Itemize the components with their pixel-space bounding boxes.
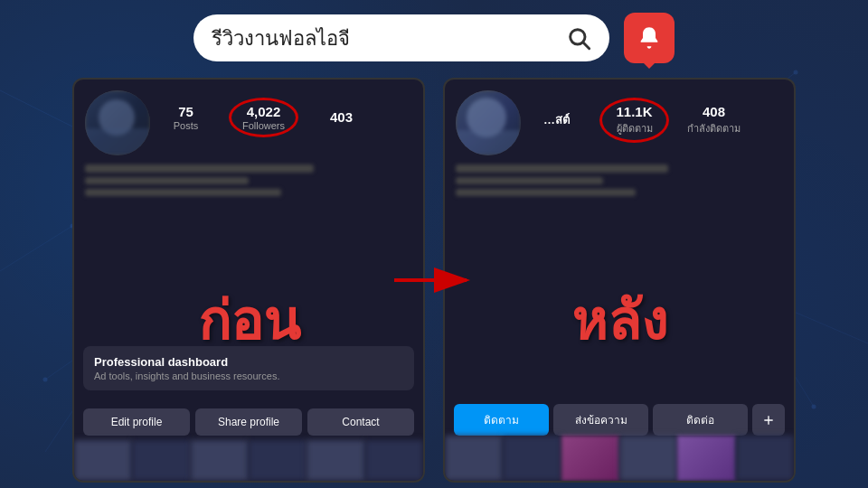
right-followers-wrap: 11.1K ผู้ติดตาม: [599, 98, 669, 143]
left-followers-stat: 4,022 Followers: [239, 104, 288, 131]
right-profile-row: …สต์ 11.1K ผู้ติดตาม 408: [445, 80, 794, 161]
right-bio-area: [445, 161, 794, 204]
follow-button[interactable]: ติดตาม: [454, 404, 549, 436]
right-phone-panel: …สต์ 11.1K ผู้ติดตาม 408: [443, 78, 796, 483]
right-bio-line1: [456, 164, 668, 173]
left-action-buttons: Edit profile Share profile Contact: [83, 408, 414, 436]
right-bio-line3: [456, 189, 636, 196]
left-following-stat: 403: [316, 109, 366, 126]
search-box: รีวิวงานฟอลไอจี: [193, 14, 609, 61]
right-bio-line2: [456, 177, 603, 184]
left-profile-info: 75 Posts 4,022 Followers 403: [161, 90, 412, 137]
right-profile-info: …สต์ 11.1K ผู้ติดตาม 408: [532, 90, 783, 143]
left-posts-stat: 75 Posts: [161, 104, 211, 131]
left-bio-line2: [85, 177, 249, 184]
left-bio-area: [74, 161, 423, 204]
main-content: 75 Posts 4,022 Followers 403: [0, 72, 868, 488]
left-bio-line3: [85, 189, 281, 196]
message-button[interactable]: ส่งข้อความ: [553, 404, 648, 436]
add-user-button[interactable]: [752, 404, 785, 436]
left-profile-row: 75 Posts 4,022 Followers 403: [74, 80, 423, 161]
left-phone-panel: 75 Posts 4,022 Followers 403: [72, 78, 425, 483]
right-following-stat: 408 กำลังติดตาม: [687, 104, 741, 136]
edit-profile-button[interactable]: Edit profile: [83, 408, 190, 436]
left-followers-highlight: 4,022 Followers: [229, 98, 298, 137]
left-big-label: ก่อน: [198, 277, 300, 363]
right-big-label: หลัง: [571, 277, 667, 363]
right-action-buttons: ติดตาม ส่งข้อความ ติดต่อ: [454, 404, 785, 436]
contact-right-button[interactable]: ติดต่อ: [653, 404, 748, 436]
right-thumbnails: [445, 436, 794, 481]
left-avatar: [85, 90, 150, 155]
left-bio-line1: [85, 164, 314, 173]
right-followers-stat: 11.1K ผู้ติดตาม: [609, 104, 659, 136]
share-profile-button[interactable]: Share profile: [195, 408, 302, 436]
contact-button[interactable]: Contact: [307, 408, 414, 436]
search-text: รีวิวงานฟอลไอจี: [212, 23, 553, 54]
left-stats: 75 Posts 4,022 Followers 403: [161, 98, 412, 137]
right-stats: …สต์ 11.1K ผู้ติดตาม 408: [532, 98, 783, 143]
left-thumbnails: [74, 440, 423, 481]
dashboard-subtitle: Ad tools, insights and business resource…: [94, 371, 403, 381]
right-posts-stat: …สต์: [532, 113, 581, 127]
svg-line-19: [583, 42, 589, 48]
notification-button[interactable]: [624, 13, 675, 63]
search-button[interactable]: [562, 22, 595, 54]
right-followers-highlight: 11.1K ผู้ติดตาม: [599, 98, 669, 143]
top-bar: รีวิวงานฟอลไอจี: [0, 0, 868, 72]
right-avatar: [456, 90, 521, 155]
